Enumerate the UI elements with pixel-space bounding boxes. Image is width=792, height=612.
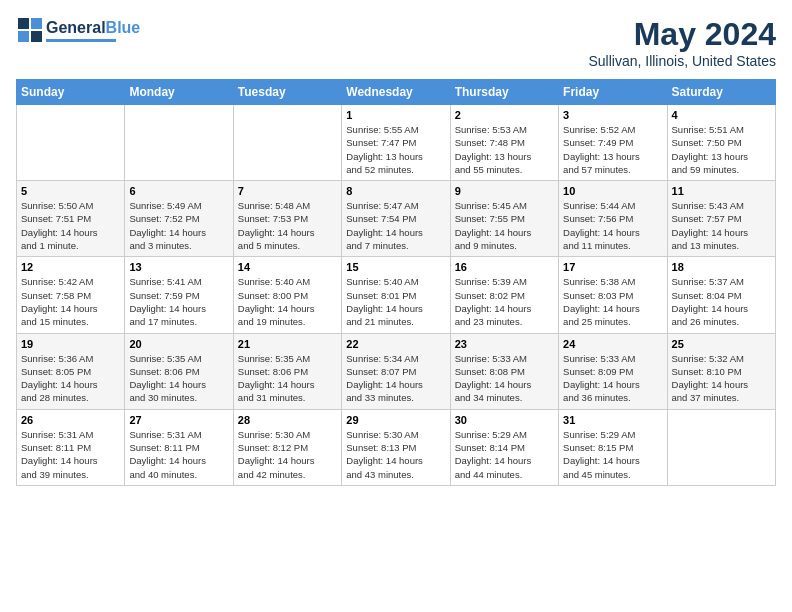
week-row-2: 5Sunrise: 5:50 AM Sunset: 7:51 PM Daylig… xyxy=(17,181,776,257)
day-number: 23 xyxy=(455,338,554,350)
day-info: Sunrise: 5:41 AM Sunset: 7:59 PM Dayligh… xyxy=(129,275,228,328)
day-number: 31 xyxy=(563,414,662,426)
day-info: Sunrise: 5:31 AM Sunset: 8:11 PM Dayligh… xyxy=(129,428,228,481)
day-info: Sunrise: 5:50 AM Sunset: 7:51 PM Dayligh… xyxy=(21,199,120,252)
calendar-cell: 9Sunrise: 5:45 AM Sunset: 7:55 PM Daylig… xyxy=(450,181,558,257)
day-info: Sunrise: 5:51 AM Sunset: 7:50 PM Dayligh… xyxy=(672,123,771,176)
day-number: 12 xyxy=(21,261,120,273)
calendar-cell: 6Sunrise: 5:49 AM Sunset: 7:52 PM Daylig… xyxy=(125,181,233,257)
day-number: 27 xyxy=(129,414,228,426)
week-row-4: 19Sunrise: 5:36 AM Sunset: 8:05 PM Dayli… xyxy=(17,333,776,409)
calendar-cell: 30Sunrise: 5:29 AM Sunset: 8:14 PM Dayli… xyxy=(450,409,558,485)
calendar-cell: 7Sunrise: 5:48 AM Sunset: 7:53 PM Daylig… xyxy=(233,181,341,257)
day-number: 4 xyxy=(672,109,771,121)
day-info: Sunrise: 5:34 AM Sunset: 8:07 PM Dayligh… xyxy=(346,352,445,405)
calendar-cell: 27Sunrise: 5:31 AM Sunset: 8:11 PM Dayli… xyxy=(125,409,233,485)
calendar-cell: 11Sunrise: 5:43 AM Sunset: 7:57 PM Dayli… xyxy=(667,181,775,257)
calendar-cell: 21Sunrise: 5:35 AM Sunset: 8:06 PM Dayli… xyxy=(233,333,341,409)
calendar-cell: 25Sunrise: 5:32 AM Sunset: 8:10 PM Dayli… xyxy=(667,333,775,409)
calendar-cell: 14Sunrise: 5:40 AM Sunset: 8:00 PM Dayli… xyxy=(233,257,341,333)
day-info: Sunrise: 5:38 AM Sunset: 8:03 PM Dayligh… xyxy=(563,275,662,328)
logo-general: General xyxy=(46,19,106,37)
weekday-header-monday: Monday xyxy=(125,80,233,105)
day-number: 30 xyxy=(455,414,554,426)
day-number: 14 xyxy=(238,261,337,273)
day-info: Sunrise: 5:48 AM Sunset: 7:53 PM Dayligh… xyxy=(238,199,337,252)
day-info: Sunrise: 5:45 AM Sunset: 7:55 PM Dayligh… xyxy=(455,199,554,252)
day-info: Sunrise: 5:40 AM Sunset: 8:00 PM Dayligh… xyxy=(238,275,337,328)
day-info: Sunrise: 5:42 AM Sunset: 7:58 PM Dayligh… xyxy=(21,275,120,328)
day-number: 13 xyxy=(129,261,228,273)
weekday-header-saturday: Saturday xyxy=(667,80,775,105)
weekday-header-thursday: Thursday xyxy=(450,80,558,105)
weekday-header-tuesday: Tuesday xyxy=(233,80,341,105)
day-number: 7 xyxy=(238,185,337,197)
calendar-cell: 16Sunrise: 5:39 AM Sunset: 8:02 PM Dayli… xyxy=(450,257,558,333)
day-info: Sunrise: 5:40 AM Sunset: 8:01 PM Dayligh… xyxy=(346,275,445,328)
day-number: 9 xyxy=(455,185,554,197)
calendar-cell: 24Sunrise: 5:33 AM Sunset: 8:09 PM Dayli… xyxy=(559,333,667,409)
day-info: Sunrise: 5:31 AM Sunset: 8:11 PM Dayligh… xyxy=(21,428,120,481)
svg-rect-3 xyxy=(31,31,42,42)
calendar-cell: 22Sunrise: 5:34 AM Sunset: 8:07 PM Dayli… xyxy=(342,333,450,409)
day-number: 6 xyxy=(129,185,228,197)
logo-icon xyxy=(16,16,44,44)
day-number: 28 xyxy=(238,414,337,426)
calendar-cell: 8Sunrise: 5:47 AM Sunset: 7:54 PM Daylig… xyxy=(342,181,450,257)
day-number: 2 xyxy=(455,109,554,121)
svg-rect-2 xyxy=(18,31,29,42)
day-info: Sunrise: 5:43 AM Sunset: 7:57 PM Dayligh… xyxy=(672,199,771,252)
day-number: 24 xyxy=(563,338,662,350)
day-info: Sunrise: 5:29 AM Sunset: 8:14 PM Dayligh… xyxy=(455,428,554,481)
calendar-cell: 18Sunrise: 5:37 AM Sunset: 8:04 PM Dayli… xyxy=(667,257,775,333)
calendar-cell: 20Sunrise: 5:35 AM Sunset: 8:06 PM Dayli… xyxy=(125,333,233,409)
week-row-1: 1Sunrise: 5:55 AM Sunset: 7:47 PM Daylig… xyxy=(17,105,776,181)
calendar-cell: 19Sunrise: 5:36 AM Sunset: 8:05 PM Dayli… xyxy=(17,333,125,409)
calendar-cell: 26Sunrise: 5:31 AM Sunset: 8:11 PM Dayli… xyxy=(17,409,125,485)
week-row-3: 12Sunrise: 5:42 AM Sunset: 7:58 PM Dayli… xyxy=(17,257,776,333)
page-header: General Blue May 2024 Sullivan, Illinois… xyxy=(16,16,776,69)
weekday-header-friday: Friday xyxy=(559,80,667,105)
svg-rect-1 xyxy=(31,18,42,29)
calendar-cell: 13Sunrise: 5:41 AM Sunset: 7:59 PM Dayli… xyxy=(125,257,233,333)
day-info: Sunrise: 5:49 AM Sunset: 7:52 PM Dayligh… xyxy=(129,199,228,252)
calendar-table: SundayMondayTuesdayWednesdayThursdayFrid… xyxy=(16,79,776,486)
day-number: 22 xyxy=(346,338,445,350)
day-info: Sunrise: 5:36 AM Sunset: 8:05 PM Dayligh… xyxy=(21,352,120,405)
day-info: Sunrise: 5:47 AM Sunset: 7:54 PM Dayligh… xyxy=(346,199,445,252)
day-info: Sunrise: 5:33 AM Sunset: 8:08 PM Dayligh… xyxy=(455,352,554,405)
calendar-cell: 10Sunrise: 5:44 AM Sunset: 7:56 PM Dayli… xyxy=(559,181,667,257)
calendar-cell: 29Sunrise: 5:30 AM Sunset: 8:13 PM Dayli… xyxy=(342,409,450,485)
day-number: 19 xyxy=(21,338,120,350)
week-row-5: 26Sunrise: 5:31 AM Sunset: 8:11 PM Dayli… xyxy=(17,409,776,485)
calendar-cell xyxy=(125,105,233,181)
month-year-title: May 2024 xyxy=(588,16,776,53)
location-text: Sullivan, Illinois, United States xyxy=(588,53,776,69)
calendar-cell: 15Sunrise: 5:40 AM Sunset: 8:01 PM Dayli… xyxy=(342,257,450,333)
day-number: 20 xyxy=(129,338,228,350)
day-number: 1 xyxy=(346,109,445,121)
day-number: 16 xyxy=(455,261,554,273)
day-info: Sunrise: 5:29 AM Sunset: 8:15 PM Dayligh… xyxy=(563,428,662,481)
calendar-cell xyxy=(667,409,775,485)
day-info: Sunrise: 5:30 AM Sunset: 8:12 PM Dayligh… xyxy=(238,428,337,481)
day-number: 18 xyxy=(672,261,771,273)
day-info: Sunrise: 5:37 AM Sunset: 8:04 PM Dayligh… xyxy=(672,275,771,328)
day-number: 15 xyxy=(346,261,445,273)
day-number: 3 xyxy=(563,109,662,121)
calendar-cell: 1Sunrise: 5:55 AM Sunset: 7:47 PM Daylig… xyxy=(342,105,450,181)
calendar-cell: 12Sunrise: 5:42 AM Sunset: 7:58 PM Dayli… xyxy=(17,257,125,333)
logo-blue: Blue xyxy=(106,19,141,37)
day-info: Sunrise: 5:52 AM Sunset: 7:49 PM Dayligh… xyxy=(563,123,662,176)
day-number: 10 xyxy=(563,185,662,197)
day-info: Sunrise: 5:30 AM Sunset: 8:13 PM Dayligh… xyxy=(346,428,445,481)
title-block: May 2024 Sullivan, Illinois, United Stat… xyxy=(588,16,776,69)
day-number: 21 xyxy=(238,338,337,350)
calendar-cell: 23Sunrise: 5:33 AM Sunset: 8:08 PM Dayli… xyxy=(450,333,558,409)
day-info: Sunrise: 5:55 AM Sunset: 7:47 PM Dayligh… xyxy=(346,123,445,176)
day-info: Sunrise: 5:32 AM Sunset: 8:10 PM Dayligh… xyxy=(672,352,771,405)
day-number: 25 xyxy=(672,338,771,350)
day-number: 29 xyxy=(346,414,445,426)
day-number: 5 xyxy=(21,185,120,197)
svg-rect-0 xyxy=(18,18,29,29)
